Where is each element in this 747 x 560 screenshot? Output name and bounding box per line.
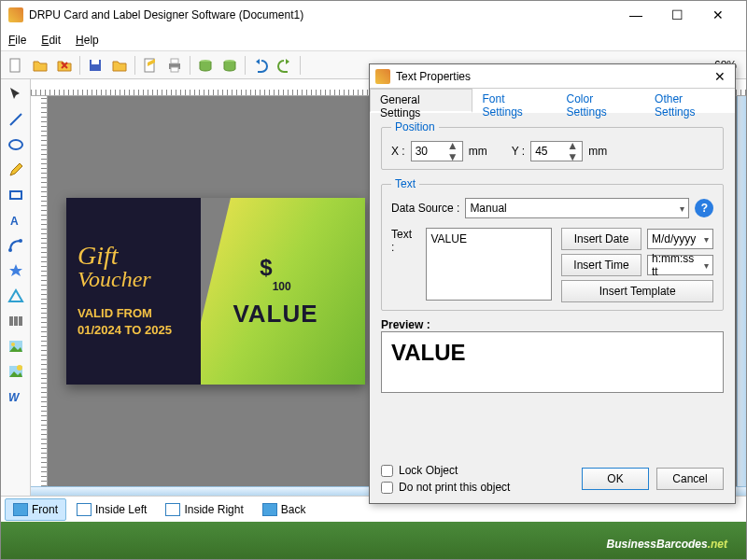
menu-file[interactable]: File bbox=[8, 34, 26, 47]
tab-color[interactable]: Color Settings bbox=[557, 89, 645, 113]
y-input[interactable]: 45▲▼ bbox=[530, 141, 583, 161]
card-preview[interactable]: $100 VALUE Gift Voucher VALID FROM 01/20… bbox=[66, 198, 365, 385]
footer-brand: BusinessBarcodes.net bbox=[607, 528, 727, 553]
card-voucher-text: Voucher bbox=[78, 267, 190, 292]
svg-rect-2 bbox=[92, 60, 99, 64]
open-folder-icon[interactable] bbox=[108, 54, 131, 77]
page-front[interactable]: Front bbox=[5, 498, 66, 521]
svg-point-14 bbox=[19, 239, 22, 243]
undo-icon[interactable] bbox=[249, 54, 272, 77]
datasource-select[interactable]: Manual bbox=[465, 198, 689, 218]
card-value-text: VALUE bbox=[233, 300, 317, 329]
insert-date-button[interactable]: Insert Date bbox=[561, 228, 641, 250]
tab-other[interactable]: Other Settings bbox=[645, 89, 735, 113]
y-unit: mm bbox=[588, 145, 607, 158]
cancel-button[interactable]: Cancel bbox=[656, 468, 724, 490]
noprint-checkbox[interactable]: Do not print this object bbox=[381, 481, 574, 494]
ellipse-tool-icon[interactable] bbox=[5, 133, 27, 156]
dialog-icon bbox=[375, 69, 390, 84]
x-unit: mm bbox=[469, 145, 487, 158]
close-file-icon[interactable] bbox=[53, 54, 76, 77]
ok-button[interactable]: OK bbox=[582, 468, 649, 490]
redo-icon[interactable] bbox=[274, 54, 296, 77]
text-input[interactable]: VALUE bbox=[426, 228, 552, 301]
footer: BusinessBarcodes.net bbox=[1, 522, 746, 559]
card-right-panel: $100 VALUE bbox=[186, 198, 365, 385]
svg-rect-11 bbox=[10, 191, 21, 199]
wordart-tool-icon[interactable]: W bbox=[5, 385, 27, 408]
menu-help[interactable]: Help bbox=[76, 34, 99, 47]
insert-time-button[interactable]: Insert Time bbox=[561, 254, 641, 276]
app-icon bbox=[8, 7, 23, 22]
svg-line-9 bbox=[10, 114, 21, 125]
pencil-tool-icon[interactable] bbox=[5, 159, 27, 181]
select-tool-icon[interactable] bbox=[5, 83, 27, 105]
image-tool-icon[interactable] bbox=[5, 335, 27, 357]
dialog-close-button[interactable]: ✕ bbox=[711, 69, 729, 84]
x-label: X : bbox=[391, 145, 405, 158]
dialog-titlebar: Text Properties ✕ bbox=[370, 64, 735, 89]
save-icon[interactable] bbox=[84, 54, 106, 77]
minimize-button[interactable]: — bbox=[615, 2, 656, 28]
edit-icon[interactable] bbox=[139, 54, 162, 77]
position-legend: Position bbox=[391, 120, 439, 133]
position-group: Position X : 30▲▼ mm Y : 45▲▼ mm bbox=[381, 120, 724, 170]
svg-rect-6 bbox=[171, 67, 178, 72]
barcode-tool-icon[interactable] bbox=[5, 310, 27, 332]
tab-general[interactable]: General Settings bbox=[370, 89, 472, 113]
svg-point-13 bbox=[8, 248, 12, 252]
close-button[interactable]: ✕ bbox=[698, 2, 739, 28]
card-amount: $100 bbox=[260, 255, 290, 300]
card-gift-text: Gift bbox=[78, 244, 190, 267]
tab-font[interactable]: Font Settings bbox=[472, 89, 557, 113]
arc-tool-icon[interactable] bbox=[5, 234, 27, 257]
svg-text:A: A bbox=[10, 215, 19, 228]
preview-box: VALUE bbox=[381, 331, 724, 393]
page-inside-right[interactable]: Inside Right bbox=[157, 498, 251, 521]
text-properties-dialog: Text Properties ✕ General Settings Font … bbox=[369, 63, 736, 504]
card-left-panel: Gift Voucher VALID FROM 01/2024 TO 2025 bbox=[66, 198, 201, 385]
svg-point-10 bbox=[9, 140, 22, 149]
database2-icon[interactable] bbox=[218, 54, 241, 77]
text-label: Text : bbox=[391, 228, 416, 254]
preview-label: Preview : bbox=[381, 318, 724, 331]
line-tool-icon[interactable] bbox=[5, 108, 27, 131]
dialog-tabs: General Settings Font Settings Color Set… bbox=[370, 89, 735, 113]
open-icon[interactable] bbox=[29, 54, 51, 77]
text-tool-icon[interactable]: A bbox=[5, 209, 27, 231]
menu-edit[interactable]: Edit bbox=[41, 34, 61, 47]
window-title: DRPU Card and Label Designer Software (D… bbox=[29, 8, 615, 21]
library-tool-icon[interactable] bbox=[5, 360, 27, 383]
titlebar: DRPU Card and Label Designer Software (D… bbox=[1, 1, 746, 29]
ruler-vertical bbox=[31, 96, 48, 486]
time-format-select[interactable]: h:mm:ss tt bbox=[647, 255, 713, 275]
lock-checkbox[interactable]: Lock Object bbox=[381, 464, 574, 477]
svg-text:W: W bbox=[8, 391, 21, 404]
help-icon[interactable]: ? bbox=[695, 199, 713, 217]
menubar: File Edit Help bbox=[1, 29, 746, 51]
rect-tool-icon[interactable] bbox=[5, 184, 27, 206]
text-group: Text Data Source : Manual ? Text : VALUE… bbox=[381, 177, 724, 311]
dialog-title: Text Properties bbox=[396, 70, 711, 83]
tools-sidebar: A W bbox=[1, 79, 31, 496]
maximize-button[interactable]: ☐ bbox=[656, 2, 698, 28]
svg-point-24 bbox=[17, 365, 22, 371]
svg-rect-5 bbox=[171, 59, 178, 63]
svg-rect-0 bbox=[10, 59, 20, 72]
date-format-select[interactable]: M/d/yyyy bbox=[647, 229, 713, 249]
print-icon[interactable] bbox=[163, 54, 186, 77]
scrollbar-vertical[interactable] bbox=[737, 96, 746, 486]
x-input[interactable]: 30▲▼ bbox=[411, 141, 463, 161]
dialog-footer: Lock Object Do not print this object OK … bbox=[370, 458, 735, 503]
new-icon[interactable] bbox=[5, 54, 27, 77]
database-icon[interactable] bbox=[194, 54, 217, 77]
insert-template-button[interactable]: Insert Template bbox=[561, 280, 713, 302]
card-valid-text: VALID FROM 01/2024 TO 2025 bbox=[78, 305, 190, 339]
page-back[interactable]: Back bbox=[254, 498, 315, 521]
svg-point-22 bbox=[11, 343, 15, 346]
text-legend: Text bbox=[391, 177, 419, 190]
triangle-tool-icon[interactable] bbox=[5, 285, 27, 307]
page-inside-left[interactable]: Inside Left bbox=[68, 498, 155, 521]
star-tool-icon[interactable] bbox=[5, 259, 27, 282]
datasource-label: Data Source : bbox=[391, 202, 459, 215]
